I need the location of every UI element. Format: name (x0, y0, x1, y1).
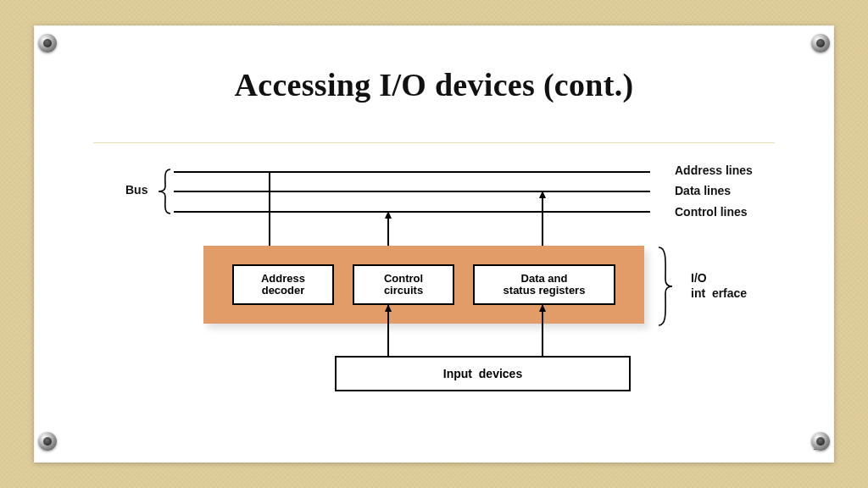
control-lines-label: Control lines (675, 205, 748, 219)
io-interface-block: Address decoder Control circuits Data an… (203, 246, 644, 324)
bus-brace (157, 168, 172, 215)
screw-icon (38, 34, 57, 53)
address-lines-label: Address lines (675, 164, 753, 177)
io-interface-label-line2: int erface (691, 286, 747, 300)
slide-title: Accessing I/O devices (cont.) (34, 66, 834, 103)
arrow-input-to-data (542, 305, 543, 356)
control-line (174, 211, 650, 213)
data-status-registers-box: Data and status registers (473, 264, 615, 305)
data-line (174, 191, 650, 192)
address-decoder-box: Address decoder (232, 264, 334, 305)
bus-label: Bus (125, 183, 147, 197)
slide: Accessing I/O devices (cont.) Bus Addres… (34, 25, 834, 463)
screw-icon (38, 432, 57, 451)
io-interface-brace (657, 246, 674, 327)
data-lines-label: Data lines (675, 184, 731, 197)
input-devices-box: Input devices (335, 356, 631, 391)
title-divider (93, 142, 775, 143)
io-interface-label-line1: I/O (691, 271, 707, 285)
screw-icon (811, 432, 830, 451)
control-circuits-box: Control circuits (353, 264, 454, 305)
slide-canvas: Accessing I/O devices (cont.) Bus Addres… (0, 0, 868, 488)
address-line (174, 171, 650, 173)
arrow-input-to-control (387, 305, 389, 356)
screw-icon (811, 34, 830, 53)
